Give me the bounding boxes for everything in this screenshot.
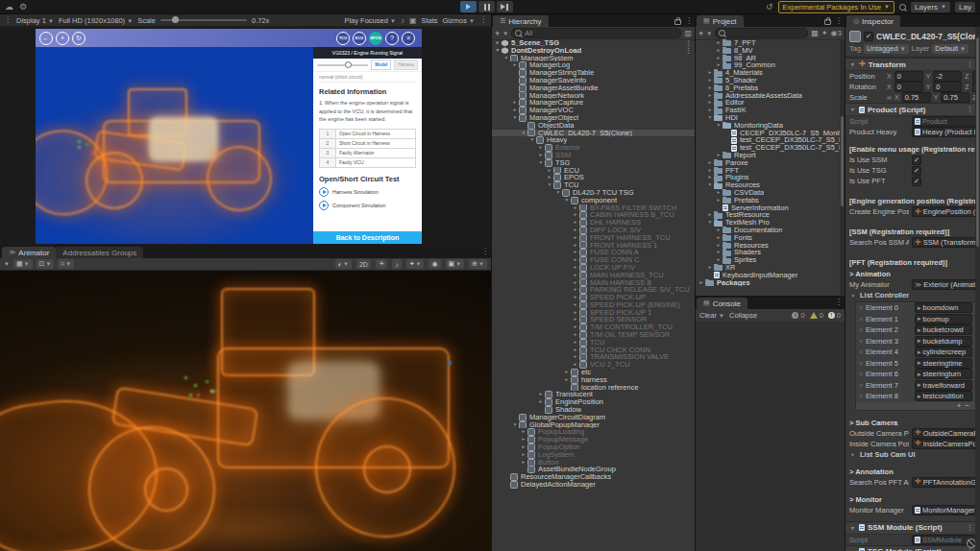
- expand-arrow-icon[interactable]: ▸: [715, 152, 723, 159]
- monitor-manager-field[interactable]: MonitorManager (Man: [912, 505, 976, 515]
- opacity-slider-knob[interactable]: [345, 61, 352, 68]
- expand-arrow-icon[interactable]: ▸: [537, 144, 545, 152]
- outside-camera-field[interactable]: ✛OutsideCameraPositio: [912, 428, 976, 439]
- menu-button[interactable]: ≡: [402, 32, 415, 45]
- hierarchy-row[interactable]: ▸FRONT HARNESS_TCU: [492, 234, 695, 242]
- create-button[interactable]: +: [698, 29, 703, 38]
- scene-picker-icon[interactable]: ▥: [684, 29, 692, 37]
- hierarchy-row[interactable]: ▸PARKING RELEASE S/V_TCU: [492, 286, 695, 294]
- search-by-label-icon[interactable]: ✦: [821, 29, 828, 37]
- axis-value-field[interactable]: -2: [933, 71, 962, 82]
- scene-visibility-toggle[interactable]: ◉: [429, 259, 440, 269]
- resolution-dropdown[interactable]: Full HD (1920x1080) ▼: [59, 16, 133, 25]
- project-row[interactable]: KeyboardInputManager: [696, 272, 840, 279]
- camera-settings-dropdown[interactable]: ▣▼: [446, 259, 465, 269]
- element-value-field[interactable]: ▸bucketdump: [915, 336, 972, 347]
- expand-arrow-icon[interactable]: ▸: [572, 294, 579, 301]
- hierarchy-row[interactable]: ▸SPEED PICK-UP: [492, 294, 695, 301]
- transform-component-header[interactable]: ▾✛ Transform ⋮: [845, 58, 980, 71]
- expand-arrow-icon[interactable]: ▸: [572, 272, 579, 279]
- expand-arrow-icon[interactable]: ▸: [715, 249, 723, 256]
- hierarchy-row[interactable]: ▸TRANSMISSION VALVE: [492, 353, 695, 361]
- gameobject-name[interactable]: CWLEC_DL420-7_S5(Clone): [876, 32, 976, 41]
- scale-slider[interactable]: [160, 19, 247, 21]
- create-button[interactable]: +: [495, 29, 500, 38]
- expand-arrow-icon[interactable]: ▸: [546, 167, 553, 175]
- remove-element-button[interactable]: −: [965, 401, 969, 410]
- debug-tool[interactable]: ⊡▼: [37, 259, 55, 269]
- expand-arrow-icon[interactable]: ▸: [511, 99, 519, 107]
- snap-tool[interactable]: ⌗▼: [58, 259, 74, 269]
- expand-arrow-icon[interactable]: ▸: [715, 39, 723, 47]
- expand-arrow-icon[interactable]: ▸: [715, 47, 723, 55]
- checkbox[interactable]: ✓: [912, 156, 921, 165]
- project-search-input[interactable]: [715, 28, 808, 38]
- hierarchy-row[interactable]: ▾Heavy: [492, 136, 695, 144]
- expand-arrow-icon[interactable]: ▾: [715, 122, 723, 130]
- hierarchy-row[interactable]: ▸T/M CONTROLLER_TCU: [492, 323, 695, 331]
- script-object-field[interactable]: Product: [912, 116, 976, 127]
- list-element-row[interactable]: ≡Element 1▸boomup: [856, 314, 975, 325]
- element-value-field[interactable]: ▸steeringturn: [915, 369, 972, 379]
- drag-handle-icon[interactable]: ≡: [859, 393, 863, 399]
- expand-arrow-icon[interactable]: ▸: [520, 451, 527, 459]
- expand-arrow-icon[interactable]: ▸: [537, 391, 545, 398]
- hierarchy-row[interactable]: DelayedActionManager: [492, 481, 695, 489]
- hierarchy-row[interactable]: ▸ManagerCapture: [492, 99, 695, 107]
- expand-arrow-icon[interactable]: ▸: [706, 174, 714, 181]
- hierarchy-row[interactable]: ▾TSG: [492, 159, 695, 167]
- gizmo-dropdown[interactable]: ⊕▼: [469, 259, 487, 269]
- project-row[interactable]: ▸XR: [696, 264, 840, 272]
- hierarchy-row[interactable]: ▸SPEED PICK-UP 1: [492, 309, 695, 317]
- expand-arrow-icon[interactable]: ▸: [537, 152, 545, 159]
- expand-arrow-icon[interactable]: ▸: [563, 369, 571, 376]
- expand-arrow-icon[interactable]: ▾: [546, 181, 553, 189]
- drag-handle-icon[interactable]: ≡: [859, 360, 863, 367]
- search-icon[interactable]: [899, 4, 906, 11]
- console-log-area[interactable]: [696, 322, 845, 551]
- tsg-module-header[interactable]: ▾ TSG Module (Script) ⋮: [845, 545, 980, 551]
- tab-console[interactable]: ▤ Console: [697, 298, 747, 309]
- expand-arrow-icon[interactable]: ▸: [706, 107, 714, 114]
- expand-arrow-icon[interactable]: ▾: [537, 159, 545, 167]
- vsync-icon[interactable]: ▣: [409, 16, 417, 25]
- harness-toggle[interactable]: Harness: [394, 60, 418, 70]
- hierarchy-row[interactable]: ▸LOCK UP P/V: [492, 264, 695, 272]
- hierarchy-row[interactable]: ▸5_Scene_TSG⋮: [492, 39, 695, 47]
- step-button[interactable]: [497, 1, 513, 12]
- game-options-icon[interactable]: ⋮: [479, 16, 487, 24]
- project-row[interactable]: ▾HDI: [696, 114, 840, 122]
- list-element-row[interactable]: ≡Element 2▸bucketcrowd: [856, 324, 975, 336]
- hierarchy-row[interactable]: ▸CABIN HARNESS B_TCU: [492, 211, 695, 219]
- expand-arrow-icon[interactable]: ▸: [572, 219, 579, 227]
- active-checkbox[interactable]: ✓: [864, 32, 873, 41]
- 2d-toggle[interactable]: 2D: [356, 259, 371, 269]
- expand-arrow-icon[interactable]: ▸: [563, 376, 571, 384]
- project-row[interactable]: ▸98_AR: [696, 55, 840, 62]
- project-row[interactable]: ▾MonitoringData: [696, 122, 840, 130]
- play-focused-dropdown[interactable]: Play Focused ▼: [344, 16, 396, 25]
- hierarchy-row[interactable]: ObjectData: [492, 122, 695, 130]
- gameobject-cube-icon[interactable]: [849, 31, 861, 42]
- drag-handle-icon[interactable]: ≡: [859, 316, 863, 323]
- hierarchy-row[interactable]: ▸FUSE CONN A: [492, 249, 695, 256]
- hierarchy-row[interactable]: ▸SPEED PICK-UP (ENGINE): [492, 301, 695, 309]
- element-value-field[interactable]: ▸testcondition: [915, 391, 972, 401]
- tab-animator[interactable]: ≫ Animator: [2, 247, 56, 258]
- hierarchy-row[interactable]: ▸BY-PASS FILTER SWITCH: [492, 204, 695, 212]
- hierarchy-row[interactable]: ▸ManagerVOC: [492, 107, 695, 114]
- ssm-annotation-field[interactable]: ✛SSM (Transform): [912, 237, 976, 248]
- display-dropdown[interactable]: Display 1 ▼: [16, 16, 54, 25]
- hierarchy-row[interactable]: ▸FRONT HARNESS 1: [492, 242, 695, 250]
- tag-dropdown[interactable]: Untagged▼: [864, 44, 908, 54]
- expand-arrow-icon[interactable]: ▸: [715, 227, 723, 234]
- help-button[interactable]: ?: [385, 32, 399, 45]
- mute-audio-icon[interactable]: ♪: [401, 16, 404, 25]
- services-gear-icon[interactable]: ⚙: [19, 2, 27, 12]
- project-row[interactable]: CECEP_DX350LC-7_S5_MonitoringData: [696, 130, 840, 137]
- project-row[interactable]: test_CECEP_DX350LC-7_S5_Monitoring: [696, 136, 840, 144]
- nav-ecu-button[interactable]: ECU: [353, 32, 366, 45]
- expand-arrow-icon[interactable]: ▸: [572, 339, 579, 347]
- expand-arrow-icon[interactable]: ▸: [715, 256, 723, 264]
- axis-value-field[interactable]: 0.75: [902, 92, 931, 103]
